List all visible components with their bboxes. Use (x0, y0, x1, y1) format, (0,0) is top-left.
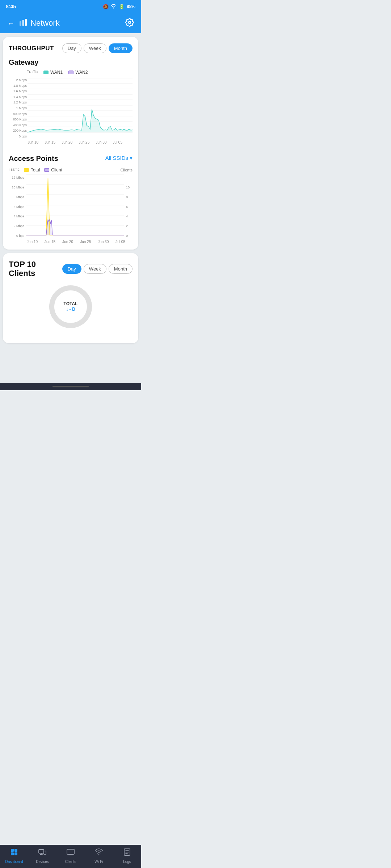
top10-title-line1: TOP 10 (9, 260, 36, 269)
top10-month-btn[interactable]: Month (109, 264, 133, 274)
wan1-legend-label: WAN1 (50, 70, 63, 75)
back-button[interactable]: ← (6, 18, 16, 29)
donut-chart: TOTAL ↓ - B (47, 283, 94, 330)
donut-value: - B (69, 306, 75, 312)
ap-x-labels: Jun 10 Jun 15 Jun 20 Jun 25 Jun 30 Jul 0… (9, 240, 133, 244)
gateway-section: Gateway Traffic WAN1 WAN2 0 bps 200 Kbps (9, 58, 133, 144)
top10-title-line2: Clients (9, 269, 36, 278)
ap-chart-area (25, 174, 125, 239)
wan1-legend: WAN1 (43, 70, 63, 75)
card-bottom-spacer (9, 330, 133, 337)
ap-y-axis: 0 bps 2 Mbps 4 Mbps 6 Mbps 8 Mbps 10 Mbp… (9, 174, 25, 239)
ssid-dropdown[interactable]: All SSIDs ▾ (105, 154, 133, 161)
throughput-week-btn[interactable]: Week (84, 43, 106, 53)
gateway-title: Gateway (9, 58, 133, 67)
total-legend: Total (24, 167, 40, 173)
throughput-card: THROUGHPUT Day Week Month Gateway Traffi… (3, 37, 138, 250)
top10-day-btn[interactable]: Day (62, 264, 81, 274)
ap-chart-svg (25, 174, 125, 238)
gateway-chart-svg (28, 77, 133, 138)
top10-filter-group: Day Week Month (62, 264, 133, 274)
donut-label: TOTAL ↓ - B (64, 301, 78, 312)
top10-header: TOP 10 Clients Day Week Month (9, 260, 133, 278)
traffic-label: Traffic (27, 69, 38, 74)
battery-level: 88% (127, 4, 135, 9)
client-color-box (44, 168, 49, 172)
network-icon (19, 18, 28, 29)
bottom-spacer (3, 347, 138, 379)
app-bar: ← Network (0, 13, 141, 33)
wan2-legend-label: WAN2 (75, 70, 88, 75)
ap-chart-wrapper: 0 bps 2 Mbps 4 Mbps 6 Mbps 8 Mbps 10 Mbp… (9, 174, 133, 239)
gateway-chart-wrapper: 0 bps 200 Kbps 400 Kbps 600 Kbps 800 Kbp… (9, 77, 133, 140)
ssid-label: All SSIDs (105, 155, 128, 161)
wifi-icon (111, 4, 117, 10)
status-icons: 🔕 🔋 88% (103, 4, 135, 10)
client-legend: Client (44, 167, 62, 173)
battery-icon: 🔋 (119, 4, 125, 9)
chevron-down-icon: ▾ (130, 154, 133, 161)
top10-card: TOP 10 Clients Day Week Month TOTAL ↓ - … (3, 253, 138, 343)
svg-marker-14 (28, 109, 133, 132)
svg-marker-23 (26, 220, 124, 235)
gateway-y-axis: 0 bps 200 Kbps 400 Kbps 600 Kbps 800 Kbp… (9, 77, 28, 140)
throughput-month-btn[interactable]: Month (109, 43, 133, 53)
wan2-legend: WAN2 (68, 70, 88, 75)
settings-button[interactable] (124, 17, 135, 30)
home-bar (52, 386, 89, 387)
donut-area: TOTAL ↓ - B (9, 283, 133, 330)
throughput-title: THROUGHPUT (9, 45, 54, 52)
donut-total-text: TOTAL (64, 301, 78, 306)
access-points-section: Access Points All SSIDs ▾ Traffic Total … (9, 151, 133, 244)
top10-week-btn[interactable]: Week (84, 264, 106, 274)
wan2-color-box (68, 71, 73, 74)
client-legend-label: Client (51, 167, 62, 173)
svg-rect-1 (22, 20, 24, 26)
svg-rect-0 (20, 21, 21, 26)
ap-legend-row: Traffic Total Client Clients (9, 167, 133, 173)
status-bar: 8:45 🔕 🔋 88% (0, 0, 141, 13)
mute-icon: 🔕 (103, 4, 109, 9)
total-color-box (24, 168, 29, 172)
gateway-x-labels: Jun 10 Jun 15 Jun 20 Jun 25 Jun 30 Jul 0… (9, 140, 133, 144)
donut-arrow: ↓ (66, 306, 68, 312)
ap-right-axis: 0 2 4 6 8 10 12 (125, 174, 133, 239)
throughput-header: THROUGHPUT Day Week Month (9, 43, 133, 53)
gateway-chart-area (28, 77, 133, 140)
ap-header: Access Points All SSIDs ▾ (9, 151, 133, 165)
page-title: Network (30, 18, 60, 28)
total-legend-label: Total (31, 167, 40, 173)
main-content: THROUGHPUT Day Week Month Gateway Traffi… (0, 33, 141, 383)
top10-title: TOP 10 Clients (9, 260, 36, 278)
ap-title: Access Points (9, 154, 58, 163)
svg-rect-2 (25, 19, 27, 26)
svg-marker-22 (26, 178, 124, 235)
clients-axis-label: Clients (120, 168, 133, 172)
status-time: 8:45 (6, 4, 16, 9)
wan1-color-box (43, 71, 49, 74)
ap-traffic-label: Traffic (9, 167, 20, 171)
throughput-filter-group: Day Week Month (62, 43, 133, 53)
throughput-day-btn[interactable]: Day (62, 43, 81, 53)
home-indicator (0, 383, 141, 390)
